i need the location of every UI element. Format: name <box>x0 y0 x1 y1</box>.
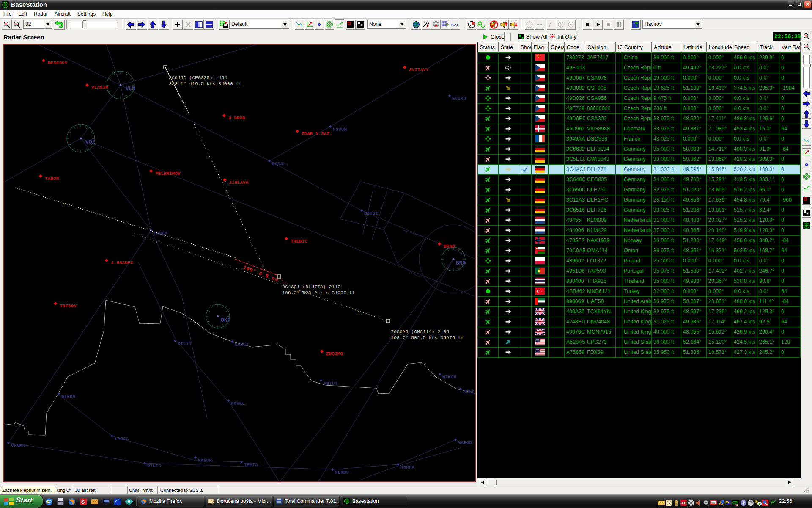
svg-text:MIKOV: MIKOV <box>442 375 456 380</box>
svg-text:BNO: BNO <box>456 260 466 266</box>
svg-text:108.7° 502.5 kts 36975 ft: 108.7° 502.5 kts 36975 ft <box>391 335 464 340</box>
svg-text:70C0A5 (OMA114) 2135: 70C0A5 (OMA114) 2135 <box>391 329 449 334</box>
svg-text:JIHLAVA: JIHLAVA <box>229 180 249 185</box>
svg-text:NORPA: NORPA <box>401 465 414 470</box>
svg-text:108.3° 520.2 kts 31000 ft: 108.3° 520.2 kts 31000 ft <box>282 290 355 295</box>
svg-text:333.1° 419.5 kts 34000 ft: 333.1° 419.5 kts 34000 ft <box>169 81 242 86</box>
svg-text:NA: NA <box>711 502 715 504</box>
svg-text:VOZ: VOZ <box>85 139 96 145</box>
svg-text:MABOD: MABOD <box>458 440 472 445</box>
svg-text:VLASIM: VLASIM <box>91 85 108 90</box>
svg-text:SUMI: SUMI <box>463 389 474 395</box>
svg-text:LANUX: LANUX <box>235 342 249 347</box>
svg-text:TEMTA: TEMTA <box>244 462 258 467</box>
svg-text:e: e <box>47 499 49 504</box>
svg-text:3C646C (CFG835) 1454: 3C646C (CFG835) 1454 <box>169 75 227 80</box>
svg-text:DILIT: DILIT <box>178 341 192 346</box>
svg-text:GIMBO: GIMBO <box>61 394 75 399</box>
svg-text:ATI: ATI <box>681 501 686 505</box>
svg-text:ASTUT: ASTUT <box>324 381 337 386</box>
svg-text:SVITAVY: SVITAVY <box>409 67 429 72</box>
svg-text:BITSI: BITSI <box>364 211 378 216</box>
svg-text:BENESOV: BENESOV <box>48 61 68 66</box>
svg-text:OKT: OKT <box>221 317 231 323</box>
svg-text:KB: KB <box>735 504 738 506</box>
svg-text:99: 99 <box>725 501 729 504</box>
svg-text:3C4AC1 (DLH778) 2112: 3C4AC1 (DLH778) 2112 <box>282 284 340 290</box>
svg-text:H.BROD: H.BROD <box>228 116 245 121</box>
svg-text:TABOR: TABOR <box>45 176 59 181</box>
svg-text:BODAL: BODAL <box>272 161 286 166</box>
svg-text:NERDU: NERDU <box>335 470 349 475</box>
svg-text:NOVUM: NOVUM <box>333 127 347 132</box>
svg-text:PELHRIMOV: PELHRIMOV <box>155 171 181 176</box>
svg-text:ZDAR N.SAZ.: ZDAR N.SAZ. <box>302 131 332 136</box>
svg-text:EVIKU: EVIKU <box>452 96 466 101</box>
svg-text:S: S <box>81 499 85 505</box>
svg-text:ZNOJMO: ZNOJMO <box>326 351 343 356</box>
svg-text:VLM: VLM <box>126 86 136 92</box>
svg-text:J.HRADEC: J.HRADEC <box>111 260 133 265</box>
svg-text:KOVEL: KOVEL <box>231 401 245 406</box>
svg-text:TREBON: TREBON <box>60 304 77 309</box>
svg-text:BRNO: BRNO <box>444 244 455 249</box>
svg-text:?: ? <box>445 22 449 28</box>
svg-text:TREBIC: TREBIC <box>291 239 307 244</box>
svg-text:RINIG: RINIG <box>147 464 161 469</box>
svg-text:LADAG: LADAG <box>115 436 129 442</box>
svg-text:VENEN: VENEN <box>11 443 25 448</box>
svg-text:KAL: KAL <box>451 23 459 27</box>
svg-text:TABEM: TABEM <box>154 231 167 236</box>
svg-text:109° 8.8 nm: 109° 8.8 nm <box>242 265 279 284</box>
svg-text:MASUR: MASUR <box>198 458 212 463</box>
